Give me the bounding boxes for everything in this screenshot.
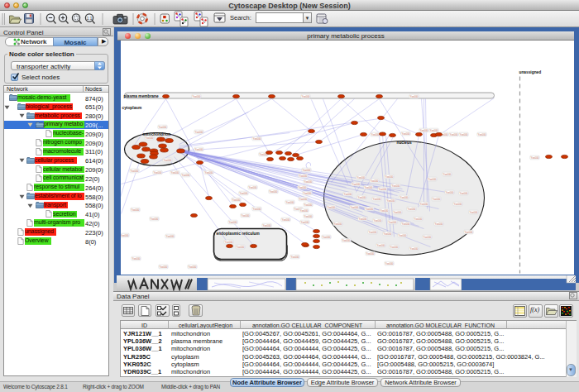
svg-text:Yxx000: Yxx000	[350, 205, 358, 208]
svg-text:Yxx000: Yxx000	[459, 191, 467, 194]
svg-text:Yxx000: Yxx000	[236, 245, 244, 248]
svg-text:Yxx000: Yxx000	[376, 243, 385, 246]
svg-text:Yxx000: Yxx000	[393, 210, 401, 213]
svg-text:Yxx000: Yxx000	[194, 130, 203, 133]
svg-text:plasma membrane: plasma membrane	[123, 94, 158, 98]
svg-text:Yxx000: Yxx000	[132, 256, 140, 260]
svg-text:Yxx000: Yxx000	[192, 94, 200, 98]
svg-text:Yxx000: Yxx000	[343, 192, 352, 195]
svg-text:Yxx000: Yxx000	[252, 136, 261, 140]
svg-text:Yxx000: Yxx000	[165, 234, 174, 237]
svg-text:Yxx000: Yxx000	[158, 125, 166, 128]
svg-text:Yxx000: Yxx000	[232, 198, 240, 201]
svg-text:Yxx000: Yxx000	[252, 207, 261, 210]
svg-text:Yxx000: Yxx000	[401, 131, 409, 135]
svg-text:Yxx000: Yxx000	[428, 177, 436, 180]
svg-text:Yxx000: Yxx000	[432, 197, 440, 200]
svg-text:Yxx000: Yxx000	[371, 132, 379, 136]
svg-text:Yxx000: Yxx000	[194, 147, 203, 151]
svg-text:Yxx000: Yxx000	[322, 235, 330, 238]
svg-text:Yxx000: Yxx000	[378, 187, 386, 190]
svg-text:Yxx000: Yxx000	[239, 191, 247, 194]
svg-text:Yxx000: Yxx000	[303, 191, 311, 194]
svg-text:Yxx000: Yxx000	[285, 200, 294, 203]
svg-text:Yxx000: Yxx000	[390, 245, 398, 248]
svg-text:Yxx000: Yxx000	[281, 218, 290, 221]
svg-text:Yxx000: Yxx000	[352, 182, 360, 185]
svg-text:Yxx000: Yxx000	[188, 265, 196, 268]
svg-text:nucleus: nucleus	[396, 140, 411, 144]
svg-text:Yxx000: Yxx000	[459, 132, 467, 136]
svg-text:Yxx000: Yxx000	[333, 222, 342, 225]
svg-text:Yxx000: Yxx000	[302, 168, 310, 171]
svg-text:Yxx000: Yxx000	[365, 207, 373, 210]
svg-text:Yxx000: Yxx000	[300, 220, 309, 223]
svg-text:Yxx000: Yxx000	[419, 202, 428, 205]
svg-text:Yxx000: Yxx000	[366, 251, 374, 255]
svg-text:Yxx000: Yxx000	[364, 185, 372, 189]
svg-text:Yxx000: Yxx000	[368, 230, 376, 233]
svg-text:Yxx000: Yxx000	[131, 208, 139, 211]
svg-text:Yxx000: Yxx000	[170, 170, 179, 174]
svg-text:Yxx000: Yxx000	[153, 170, 161, 174]
svg-text:Yxx000: Yxx000	[262, 223, 270, 227]
svg-text:Yxx000: Yxx000	[121, 233, 129, 237]
svg-text:Yxx000: Yxx000	[299, 197, 307, 200]
svg-text:Yxx000: Yxx000	[419, 128, 428, 131]
svg-text:Yxx000: Yxx000	[388, 220, 396, 223]
svg-text:Yxx000: Yxx000	[385, 174, 393, 178]
svg-text:Yxx000: Yxx000	[269, 189, 277, 193]
svg-text:Yxx000: Yxx000	[398, 233, 406, 237]
svg-text:Yxx000: Yxx000	[464, 230, 472, 233]
svg-text:Yxx000: Yxx000	[248, 185, 256, 189]
svg-text:Yxx000: Yxx000	[414, 217, 422, 220]
svg-text:1:1: 1:1	[87, 17, 93, 21]
svg-text:Yxx000: Yxx000	[357, 195, 366, 198]
svg-text:Yxx000: Yxx000	[145, 136, 153, 139]
svg-text:Yxx000: Yxx000	[423, 235, 431, 238]
svg-text:Yxx000: Yxx000	[443, 172, 451, 175]
svg-text:Yxx000: Yxx000	[299, 208, 308, 212]
svg-text:Yxx000: Yxx000	[401, 222, 409, 225]
svg-text:Yxx000: Yxx000	[241, 213, 249, 217]
svg-text:Yxx000: Yxx000	[301, 94, 309, 98]
svg-text:Yxx000: Yxx000	[304, 203, 312, 206]
svg-text:Yxx000: Yxx000	[477, 132, 486, 136]
svg-text:Yxx000: Yxx000	[304, 214, 312, 218]
svg-text:Yxx000: Yxx000	[224, 240, 232, 243]
svg-text:Yxx000: Yxx000	[228, 220, 237, 223]
svg-text:Yxx000: Yxx000	[373, 218, 381, 222]
svg-text:Yxx000: Yxx000	[159, 265, 167, 268]
svg-text:Yxx000: Yxx000	[409, 246, 418, 250]
svg-text:Yxx000: Yxx000	[453, 202, 462, 205]
svg-text:Yxx000: Yxx000	[204, 170, 213, 174]
svg-text:Yxx000: Yxx000	[163, 158, 171, 161]
svg-text:Yxx000: Yxx000	[386, 198, 395, 202]
svg-text:Yxx000: Yxx000	[181, 173, 189, 176]
svg-text:Yxx000: Yxx000	[356, 175, 365, 179]
svg-text:Yxx000: Yxx000	[400, 195, 408, 198]
svg-text:Yxx000: Yxx000	[299, 174, 307, 177]
svg-text:Yxx000: Yxx000	[370, 179, 378, 182]
svg-text:cytoplasm: cytoplasm	[122, 105, 141, 109]
svg-text:Yxx000: Yxx000	[449, 132, 457, 136]
svg-text:Yxx000: Yxx000	[383, 232, 391, 235]
svg-text:Yxx000: Yxx000	[327, 205, 335, 208]
svg-text:Yxx000: Yxx000	[380, 208, 388, 212]
svg-text:Yxx000: Yxx000	[469, 210, 477, 213]
svg-text:Yxx000: Yxx000	[358, 217, 366, 220]
svg-text:Yxx000: Yxx000	[150, 217, 158, 220]
svg-text:Yxx000: Yxx000	[385, 261, 393, 265]
svg-text:Yxx000: Yxx000	[298, 185, 306, 189]
svg-text:Yxx000: Yxx000	[342, 238, 350, 241]
svg-text:unassigned: unassigned	[519, 69, 541, 74]
svg-text:Yxx000: Yxx000	[434, 222, 443, 225]
svg-text:Yxx000: Yxx000	[130, 169, 138, 172]
svg-text:Yxx000: Yxx000	[409, 94, 418, 98]
svg-text:Yxx000: Yxx000	[372, 197, 380, 200]
svg-text:Yxx000: Yxx000	[429, 128, 438, 131]
svg-text:Yxx000: Yxx000	[391, 184, 400, 187]
svg-text:Yxx000: Yxx000	[407, 207, 415, 210]
svg-text:Yxx000: Yxx000	[304, 179, 312, 183]
svg-text:Yxx000: Yxx000	[530, 155, 538, 159]
